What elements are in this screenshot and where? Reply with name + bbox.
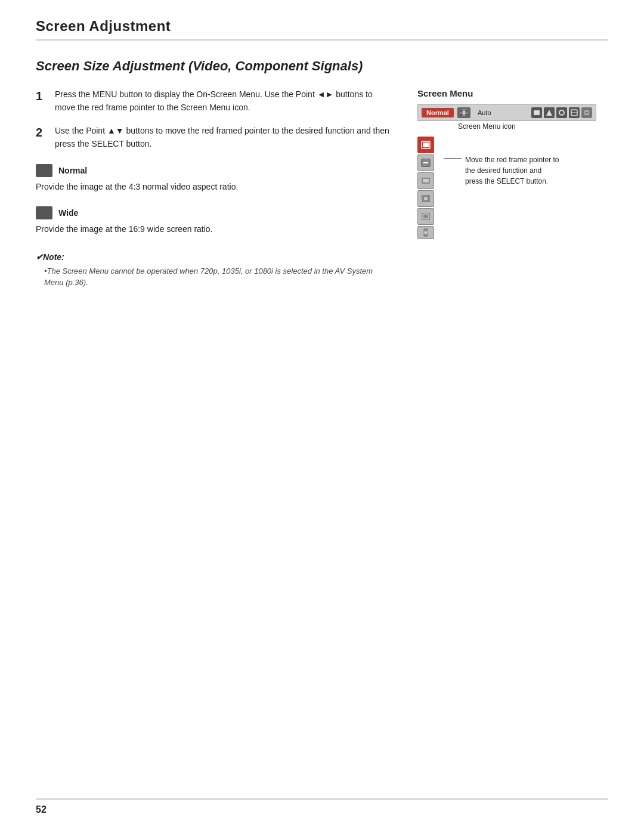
menu-bar-icon-1	[531, 107, 542, 118]
menu-bar-auto-text: Auto	[474, 108, 495, 117]
menu-bar-icon-2	[544, 107, 555, 118]
wide-desc: Provide the image at the 16:9 wide scree…	[36, 223, 394, 236]
side-annotation: Move the red frame pointer to the desire…	[436, 137, 561, 239]
side-icon-2	[417, 154, 434, 171]
svg-rect-4	[466, 114, 467, 116]
connector-lines	[444, 154, 462, 159]
svg-rect-14	[423, 143, 429, 147]
menu-bar-icons	[531, 107, 592, 118]
side-icon-6	[417, 226, 434, 239]
svg-point-25	[424, 231, 427, 234]
note-section: ✔Note: •The Screen Menu cannot be operat…	[36, 252, 394, 289]
svg-rect-19	[423, 179, 429, 182]
menu-bar-film-icon	[457, 107, 470, 118]
page-header: Screen Adjustment	[36, 18, 608, 41]
wide-label: Wide	[58, 208, 78, 218]
step-1: 1 Press the MENU button to display the O…	[36, 88, 394, 114]
page-title: Screen Adjustment	[36, 18, 171, 34]
screen-menu-icon-label: Screen Menu icon	[458, 122, 608, 131]
menu-bar-icon-5	[581, 107, 592, 118]
side-icon-5	[417, 208, 434, 225]
svg-rect-3	[466, 110, 467, 112]
side-annotation-text: Move the red frame pointer to the desire…	[465, 154, 561, 187]
step-2: 2 Use the Point ▲▼ buttons to move the r…	[36, 125, 394, 150]
wide-item: Wide	[36, 206, 394, 219]
side-icons-column	[417, 137, 436, 239]
normal-icon	[36, 164, 52, 177]
screen-menu-label: Screen Menu	[417, 88, 608, 98]
page-footer: 52	[36, 798, 608, 815]
normal-item: Normal	[36, 164, 394, 177]
right-column: Screen Menu Normal Auto	[417, 88, 608, 239]
svg-point-21	[424, 197, 428, 200]
step-1-number: 1	[36, 88, 48, 104]
section-title: Screen Size Adjustment (Video, Component…	[36, 58, 608, 74]
menu-bar-icon-3	[556, 107, 567, 118]
svg-rect-2	[460, 114, 462, 116]
connector-line-1	[444, 158, 462, 159]
menu-bar: Normal Auto	[417, 104, 596, 121]
page-number: 52	[36, 804, 47, 815]
normal-label: Normal	[58, 166, 87, 175]
note-title: ✔Note:	[36, 252, 394, 262]
left-column: 1 Press the MENU button to display the O…	[36, 88, 394, 289]
step-1-text: Press the MENU button to display the On-…	[55, 88, 394, 114]
side-icon-3	[417, 172, 434, 189]
svg-rect-6	[534, 110, 540, 115]
normal-desc: Provide the image at the 4:3 normal vide…	[36, 181, 394, 193]
wide-icon	[36, 206, 52, 219]
step-2-number: 2	[36, 125, 48, 140]
step-2-text: Use the Point ▲▼ buttons to move the red…	[55, 125, 394, 150]
svg-rect-5	[463, 111, 465, 114]
side-panel: Move the red frame pointer to the desire…	[417, 137, 608, 239]
menu-bar-icon-4	[569, 107, 580, 118]
svg-rect-1	[460, 110, 462, 112]
screen-menu-icon-annotation: Screen Menu icon	[417, 122, 608, 131]
note-text: •The Screen Menu cannot be operated when…	[36, 265, 394, 289]
side-icon-1	[417, 137, 434, 153]
side-icon-4	[417, 190, 434, 207]
annotation-connector: Move the red frame pointer to the desire…	[444, 154, 561, 187]
svg-point-8	[559, 110, 564, 115]
svg-marker-7	[546, 110, 552, 116]
menu-bar-normal-text: Normal	[422, 108, 454, 117]
content-columns: 1 Press the MENU button to display the O…	[36, 88, 608, 289]
